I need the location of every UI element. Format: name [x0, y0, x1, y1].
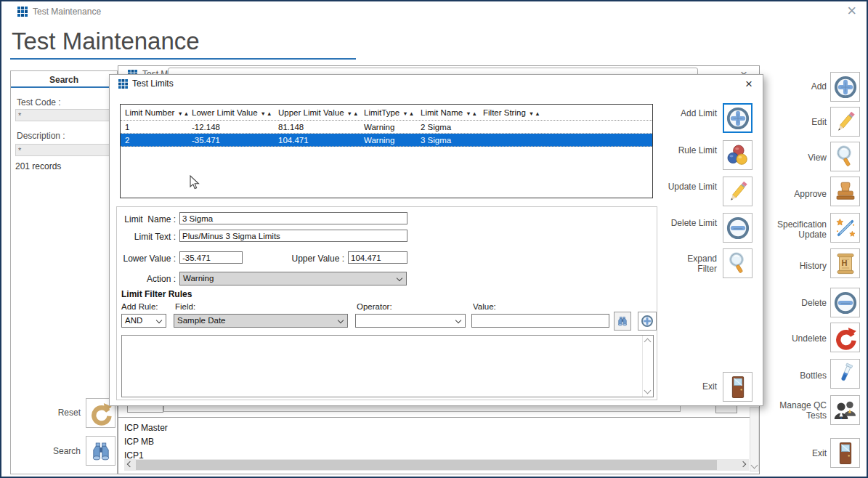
operator-select[interactable]	[355, 314, 466, 328]
column-header[interactable]: Limit Name▼▲	[419, 105, 482, 120]
sort-icons[interactable]: ▼▲	[466, 110, 478, 117]
scroll-down-icon[interactable]	[751, 462, 758, 469]
sort-icons[interactable]: ▼▲	[347, 110, 360, 117]
minus-circle-icon	[833, 291, 858, 315]
search-tab[interactable]: Search	[11, 75, 117, 85]
partial-control	[163, 405, 681, 412]
limits-table: Limit Number▼▲ Lower Limit Value▼▲ Upper…	[120, 104, 653, 198]
history-button[interactable]: H	[830, 248, 860, 278]
window-title: Test Maintenance	[33, 7, 101, 17]
column-header[interactable]: Filter String▼▲	[482, 105, 652, 120]
sort-icons[interactable]: ▼▲	[261, 110, 273, 117]
rule-limit-button[interactable]	[723, 140, 753, 170]
description-input[interactable]	[15, 144, 112, 156]
operator-label: Operator:	[357, 302, 392, 311]
main-window: Test Maintenance × Test Maintenance Test…	[0, 0, 868, 478]
filter-rules-textarea[interactable]	[121, 335, 654, 397]
heading-underline	[10, 58, 356, 60]
add-limit-button[interactable]	[723, 103, 753, 133]
action-label: Action :	[117, 274, 176, 284]
filter-value-input[interactable]	[471, 314, 609, 328]
binoculars-icon	[616, 315, 629, 328]
expand-filter-button[interactable]	[723, 248, 753, 278]
list-item[interactable]: ICP Master	[124, 421, 749, 435]
test-tube-icon	[833, 362, 858, 386]
add-button[interactable]	[830, 72, 860, 102]
app-grid-icon	[17, 7, 28, 17]
limit-text-input[interactable]	[179, 230, 407, 242]
scrollbar-thumb[interactable]	[136, 460, 717, 470]
mouse-cursor	[190, 175, 200, 190]
pencil-icon	[833, 110, 858, 134]
exit-button[interactable]	[830, 438, 860, 468]
bottles-button[interactable]	[830, 359, 860, 389]
column-header[interactable]: Limit Number▼▲	[121, 105, 190, 120]
magnifier-icon	[833, 145, 858, 169]
add-rule-button[interactable]	[638, 312, 657, 331]
add-rule-select[interactable]: AND	[121, 314, 166, 328]
sort-icons[interactable]: ▼▲	[402, 110, 415, 117]
field-label: Field:	[175, 302, 195, 311]
lower-value-input[interactable]	[179, 251, 243, 264]
magic-wand-icon	[833, 216, 858, 240]
description-label: Description :	[17, 131, 65, 141]
upper-value-input[interactable]	[348, 251, 407, 264]
find-field-button[interactable]	[614, 312, 631, 331]
close-icon[interactable]: ×	[847, 3, 856, 19]
approve-label: Approve	[770, 189, 827, 199]
manage-qc-tests-button[interactable]	[830, 395, 860, 425]
update-limit-button[interactable]	[723, 177, 753, 206]
specification-update-button[interactable]	[830, 213, 860, 243]
vertical-scrollbar[interactable]	[750, 407, 759, 471]
action-select[interactable]: Warning	[179, 272, 407, 285]
search-button[interactable]	[86, 436, 115, 466]
close-icon[interactable]: ×	[745, 78, 753, 90]
specification-update-label: Specification Update	[770, 219, 827, 240]
manage-qc-tests-label: Manage QC Tests	[770, 400, 827, 421]
table-row[interactable]: 1 -12.148 81.148 Warning 2 Sigma	[121, 121, 652, 134]
delete-button[interactable]	[830, 288, 860, 317]
test-limits-dialog: Test Limits × Limit Number▼▲ Lower Limit…	[109, 74, 763, 406]
list-item[interactable]: ICP MB	[124, 435, 749, 449]
list-divider	[118, 417, 759, 418]
rule-limit-label: Rule Limit	[666, 145, 717, 155]
dialog-exit-button[interactable]	[723, 372, 753, 402]
undelete-button[interactable]	[830, 323, 860, 352]
test-code-label: Test Code :	[17, 97, 61, 108]
edit-button[interactable]	[830, 107, 860, 137]
table-row-selected[interactable]: 2 -35.471 104.471 Warning 3 Sigma	[121, 134, 652, 147]
page-title: Test Maintenance	[12, 28, 200, 55]
add-limit-label: Add Limit	[666, 108, 717, 118]
scroll-right-icon[interactable]	[740, 461, 746, 467]
limit-name-input[interactable]	[179, 212, 407, 224]
minus-circle-icon	[726, 216, 750, 240]
textarea-scrollbar[interactable]	[642, 336, 653, 397]
magnifier-icon	[726, 251, 750, 276]
view-button[interactable]	[830, 142, 860, 171]
column-header[interactable]: Lower Limit Value▼▲	[190, 105, 277, 120]
scroll-left-icon[interactable]	[127, 461, 133, 467]
test-code-input[interactable]	[15, 109, 112, 121]
stamp-icon	[833, 179, 858, 204]
door-icon	[833, 441, 858, 466]
dialog-title: Test Limits	[132, 78, 174, 89]
scroll-up-icon[interactable]	[644, 339, 652, 346]
approve-button[interactable]	[830, 177, 860, 206]
dialog-exit-label: Exit	[666, 381, 717, 392]
sort-icons[interactable]: ▼▲	[529, 110, 541, 117]
reset-label: Reset	[58, 408, 81, 418]
scroll-down-icon[interactable]	[644, 387, 652, 394]
column-header[interactable]: Upper Limit Value▼▲	[277, 105, 362, 120]
view-label: View	[770, 153, 827, 163]
colored-balls-icon	[726, 143, 750, 168]
delete-limit-button[interactable]	[723, 213, 753, 243]
exit-label: Exit	[770, 448, 827, 458]
horizontal-scrollbar[interactable]	[124, 459, 749, 471]
table-header: Limit Number▼▲ Lower Limit Value▼▲ Upper…	[121, 105, 652, 121]
column-header[interactable]: LimitType▼▲	[362, 105, 419, 120]
svg-text:H: H	[841, 259, 847, 267]
field-select[interactable]: Sample Date	[174, 314, 348, 328]
undelete-label: Undelete	[770, 333, 827, 344]
binoculars-icon	[89, 439, 113, 463]
sort-icons[interactable]: ▼▲	[177, 110, 190, 117]
